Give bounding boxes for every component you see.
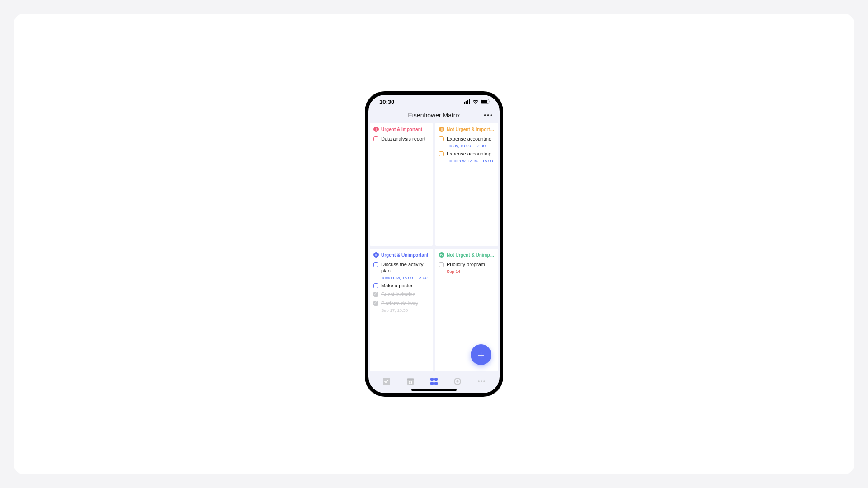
quadrant-header: IINot Urgent & Important (439, 127, 495, 132)
svg-rect-1 (466, 101, 467, 104)
quadrant-label: Urgent & Important (381, 127, 422, 132)
tab-more[interactable] (477, 377, 486, 386)
task-meta: Tomorrow, 13:30 - 15:00 (447, 158, 495, 163)
quadrant-badge-icon: IV (439, 252, 444, 258)
quadrant-badge-icon: I (373, 127, 379, 132)
task-body: Data analysis report (381, 136, 429, 142)
plus-icon: + (477, 348, 484, 362)
svg-rect-13 (430, 382, 434, 385)
battery-icon (481, 99, 491, 105)
svg-rect-0 (464, 102, 465, 104)
quadrant-2[interactable]: IINot Urgent & ImportantExpense accounti… (435, 123, 498, 246)
task-meta: Tomorrow, 15:00 - 18:00 (381, 275, 429, 280)
phone-screen: 10:30 Eisenhower Matrix ••• IUrg (368, 95, 500, 393)
quadrant-header: IIIUrgent & Unimportant (373, 252, 429, 258)
task-title: Publicity program (447, 262, 495, 268)
task-meta: Today, 10:00 - 12:00 (447, 143, 495, 148)
svg-point-17 (478, 380, 480, 382)
task-body: Publicity programSep 14 (447, 262, 495, 274)
task-item[interactable]: Expense accountingToday, 10:00 - 12:00 (439, 135, 495, 150)
svg-rect-11 (430, 378, 434, 381)
task-title: Platform delivery (381, 300, 429, 307)
quadrant-label: Urgent & Unimportant (381, 253, 428, 258)
task-item[interactable]: Platform deliverySep 17, 10:30 (373, 299, 429, 314)
quadrant-header: IUrgent & Important (373, 127, 429, 132)
tab-calendar[interactable]: 13 (406, 377, 415, 386)
task-meta: Sep 17, 10:30 (381, 308, 429, 313)
task-body: Discuss the activity planTomorrow, 15:00… (381, 262, 429, 280)
task-checkbox[interactable] (439, 151, 444, 156)
status-time: 10:30 (379, 99, 394, 105)
quadrant-badge-icon: II (439, 127, 444, 132)
task-checkbox[interactable] (439, 136, 444, 141)
task-checkbox[interactable] (373, 283, 378, 288)
screen-header: Eisenhower Matrix ••• (368, 108, 500, 123)
task-body: Make a poster (381, 283, 429, 289)
status-bar: 10:30 (368, 95, 500, 108)
svg-text:13: 13 (408, 380, 412, 385)
task-item[interactable]: Expense accountingTomorrow, 13:30 - 15:0… (439, 150, 495, 164)
svg-point-16 (457, 380, 459, 383)
quadrant-1[interactable]: IUrgent & ImportantData analysis report (370, 123, 433, 246)
more-options-button[interactable]: ••• (484, 112, 493, 119)
eisenhower-matrix-grid: IUrgent & ImportantData analysis reportI… (368, 123, 500, 371)
task-title: Expense accounting (447, 136, 495, 142)
task-body: Expense accountingToday, 10:00 - 12:00 (447, 136, 495, 148)
quadrant-header: IVNot Urgent & Unimpo... (439, 252, 495, 258)
task-item[interactable]: Discuss the activity planTomorrow, 15:00… (373, 260, 429, 282)
task-title: Guest invitation (381, 291, 429, 298)
task-checkbox[interactable] (373, 301, 378, 306)
svg-rect-5 (481, 100, 487, 103)
page-title: Eisenhower Matrix (408, 112, 460, 119)
task-checkbox[interactable] (373, 292, 378, 297)
svg-rect-2 (467, 100, 468, 104)
svg-rect-12 (434, 378, 438, 381)
quadrant-label: Not Urgent & Important (447, 127, 495, 132)
task-item[interactable]: Publicity programSep 14 (439, 260, 495, 275)
task-title: Data analysis report (381, 136, 429, 142)
task-item[interactable]: Make a poster (373, 282, 429, 291)
svg-rect-14 (434, 382, 438, 385)
home-indicator (411, 389, 457, 391)
svg-point-18 (481, 380, 482, 382)
svg-rect-3 (469, 99, 470, 104)
tab-focus[interactable] (453, 377, 462, 386)
task-item[interactable]: Data analysis report (373, 135, 429, 144)
task-body: Expense accountingTomorrow, 13:30 - 15:0… (447, 151, 495, 163)
task-title: Discuss the activity plan (381, 262, 429, 274)
quadrant-label: Not Urgent & Unimpo... (447, 253, 495, 258)
quadrant-3[interactable]: IIIUrgent & UnimportantDiscuss the activ… (370, 249, 433, 371)
task-checkbox[interactable] (373, 136, 378, 141)
task-item[interactable]: Guest invitation (373, 290, 429, 299)
cellular-icon (464, 99, 471, 105)
task-checkbox[interactable] (373, 262, 378, 267)
tab-tasks[interactable] (382, 377, 391, 386)
task-body: Guest invitation (381, 291, 429, 298)
wifi-icon (472, 99, 479, 105)
task-checkbox[interactable] (439, 262, 444, 267)
phone-frame: 10:30 Eisenhower Matrix ••• IUrg (365, 91, 503, 397)
add-task-fab[interactable]: + (471, 344, 491, 365)
task-title: Make a poster (381, 283, 429, 289)
task-title: Expense accounting (447, 151, 495, 157)
svg-rect-6 (490, 100, 491, 102)
task-body: Platform deliverySep 17, 10:30 (381, 300, 429, 313)
quadrant-badge-icon: III (373, 252, 379, 258)
svg-point-19 (483, 380, 485, 382)
tab-matrix[interactable] (429, 377, 439, 386)
task-meta: Sep 14 (447, 269, 495, 274)
